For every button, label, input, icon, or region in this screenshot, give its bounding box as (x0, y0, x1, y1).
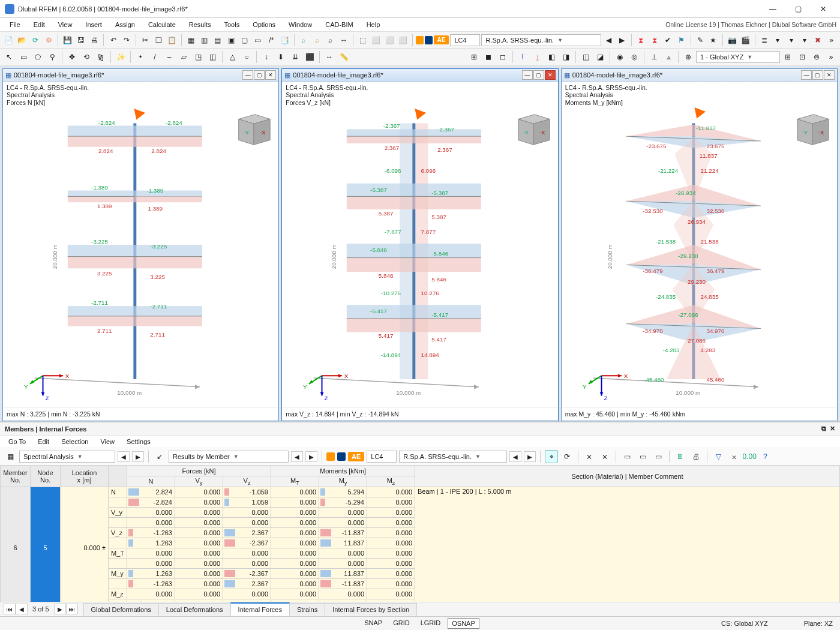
panel-filter-icon[interactable]: ▦ (4, 450, 17, 463)
lc-desc-combo2[interactable]: R.Sp.A. SRSS-equ.-lin.▼ (399, 451, 507, 463)
menu-tools[interactable]: Tools (218, 19, 245, 30)
nav-next[interactable]: ▶ (54, 604, 66, 614)
pane-close-icon[interactable]: ✕ (824, 70, 835, 80)
lc-combo2[interactable]: LC4 (367, 451, 397, 463)
script-icon[interactable]: /* (265, 34, 277, 47)
tab-global-deformations[interactable]: Global Deformations (83, 603, 159, 616)
workplane-combo[interactable]: 1 - Global XYZ▼ (696, 51, 780, 63)
cell-value[interactable]: 0.000 (367, 578, 415, 589)
loadcase-desc-combo[interactable]: R.Sp.A. SRSS-equ.-lin.▼ (481, 34, 601, 46)
result-iso-icon[interactable]: ◨ (559, 50, 572, 64)
panel-menu-settings[interactable]: Settings (122, 437, 155, 446)
pane-close-icon[interactable]: ✕ (265, 70, 276, 80)
result-color-icon[interactable]: ◧ (545, 50, 558, 64)
filter2-icon[interactable]: ⨯ (598, 450, 611, 463)
cell-value[interactable]: 5.294 (319, 487, 367, 497)
cell-value[interactable]: 0.000 (175, 558, 223, 568)
load-member-icon[interactable]: ⇊ (289, 50, 302, 64)
select-icon[interactable]: ↖ (2, 50, 16, 64)
visibility2-icon[interactable]: ◎ (628, 50, 641, 64)
cell-value[interactable]: 0.000 (367, 497, 415, 507)
ae-badge[interactable]: AE (434, 35, 449, 44)
nav-prev2[interactable]: ◀ (291, 451, 303, 462)
cell-value[interactable]: 0.000 (127, 517, 175, 527)
wireframe-icon[interactable]: ⊞ (467, 50, 481, 64)
cell-value[interactable]: 0.000 (175, 527, 223, 538)
cell-value[interactable]: 0.000 (367, 589, 415, 599)
table-nodes-icon[interactable]: ▦ (185, 34, 197, 47)
pane-min-icon[interactable]: — (242, 70, 253, 80)
cell-value[interactable]: 0.000 (367, 568, 415, 578)
menu-window[interactable]: Window (283, 19, 318, 30)
sync-icon[interactable]: ⟳ (560, 450, 574, 463)
wand-icon[interactable]: ✨ (114, 50, 127, 64)
panel-menu-edit[interactable]: Edit (33, 437, 54, 446)
cell-value[interactable]: 0.000 (127, 599, 175, 601)
cell-value[interactable]: 0.000 (271, 589, 319, 599)
table-row[interactable]: 650.000 ±N2.8240.000-1.0590.0005.2940.00… (1, 487, 840, 497)
cell-value[interactable]: 0.000 (175, 507, 223, 517)
menu-file[interactable]: File (4, 19, 26, 30)
snap-LGRID[interactable]: LGRID (417, 618, 445, 629)
swatch-orange-icon[interactable] (416, 36, 424, 44)
cell-value[interactable]: -2.367 (223, 568, 271, 578)
cell-value[interactable]: 0.000 (271, 578, 319, 589)
panel-undock-icon[interactable]: ⧉ (821, 425, 826, 433)
cell-value[interactable]: 0.000 (175, 517, 223, 527)
swatch-blue2-icon[interactable] (337, 452, 346, 461)
move-icon[interactable]: ✥ (65, 50, 79, 64)
cell-value[interactable]: 0.000 (271, 497, 319, 507)
menu-help[interactable]: Help (361, 19, 386, 30)
menu-edit[interactable]: Edit (28, 19, 51, 30)
nav-first[interactable]: ⏮ (4, 604, 16, 614)
persp-icon[interactable]: ⟁ (662, 50, 675, 64)
tab-local-deformations[interactable]: Local Deformations (158, 603, 231, 616)
cell-value[interactable]: 0.000 (223, 548, 271, 558)
undo-icon[interactable]: ↶ (107, 34, 119, 47)
mirror-icon[interactable]: ⧎ (94, 50, 107, 64)
cs-icon[interactable]: ⊕ (682, 50, 695, 64)
cell-value[interactable]: 0.000 (271, 507, 319, 517)
save-icon[interactable]: 💾 (61, 34, 73, 47)
overflow2-icon[interactable]: » (824, 50, 838, 64)
result-type-icon[interactable]: ↙ (153, 450, 166, 463)
cell-value[interactable]: 0.000 (223, 599, 271, 601)
report-icon[interactable]: 📑 (279, 34, 291, 47)
more2-icon[interactable]: ▾ (785, 34, 797, 47)
grid-icon[interactable]: ⊞ (781, 50, 794, 64)
filter1-icon[interactable]: ⨯ (583, 450, 596, 463)
cell-value[interactable]: -1.059 (223, 487, 271, 497)
rotate-icon[interactable]: ⟲ (80, 50, 93, 64)
cell-value[interactable]: 2.367 (223, 527, 271, 538)
gear-icon[interactable]: ⚙ (43, 34, 55, 47)
measure-icon[interactable]: 📏 (337, 50, 350, 64)
pan-icon[interactable]: ↔ (338, 34, 350, 47)
cell-value[interactable]: 0.000 (367, 527, 415, 538)
cell-value[interactable]: -11.837 (319, 578, 367, 589)
cell-value[interactable]: 0.000 (175, 568, 223, 578)
menu-results[interactable]: Results (183, 19, 217, 30)
cell-value[interactable]: 0.000 (271, 538, 319, 548)
nav-prev1[interactable]: ◀ (118, 451, 130, 462)
expand-icon[interactable]: ✖ (812, 34, 824, 47)
result-mode-combo[interactable]: Results by Member▼ (169, 451, 289, 463)
solid-icon[interactable]: ◳ (191, 50, 205, 64)
decimals-icon[interactable]: 0.00 (743, 450, 756, 463)
panel-close-icon[interactable]: ✕ (830, 425, 835, 433)
minimize-button[interactable]: — (761, 2, 785, 16)
nav-next1[interactable]: ▶ (132, 451, 144, 462)
fit2-icon[interactable]: ▭ (636, 450, 649, 463)
clip-icon[interactable]: ◫ (579, 50, 592, 64)
cell-value[interactable]: 0.000 (223, 517, 271, 527)
menu-assign[interactable]: Assign (109, 19, 141, 30)
nav-prev3[interactable]: ◀ (509, 451, 521, 462)
th-location[interactable]: Locationx [m] (61, 466, 109, 487)
results-table[interactable]: MemberNo. NodeNo. Locationx [m] Forces [… (0, 466, 840, 602)
view-x-icon[interactable]: ⬜ (370, 34, 382, 47)
opening-icon[interactable]: ◫ (206, 50, 219, 64)
cell-value[interactable]: 0.000 (367, 548, 415, 558)
cell-value[interactable]: 11.837 (319, 568, 367, 578)
cell-value[interactable]: 0.000 (271, 548, 319, 558)
nav-next2[interactable]: ▶ (305, 451, 317, 462)
support-icon[interactable]: △ (226, 50, 239, 64)
